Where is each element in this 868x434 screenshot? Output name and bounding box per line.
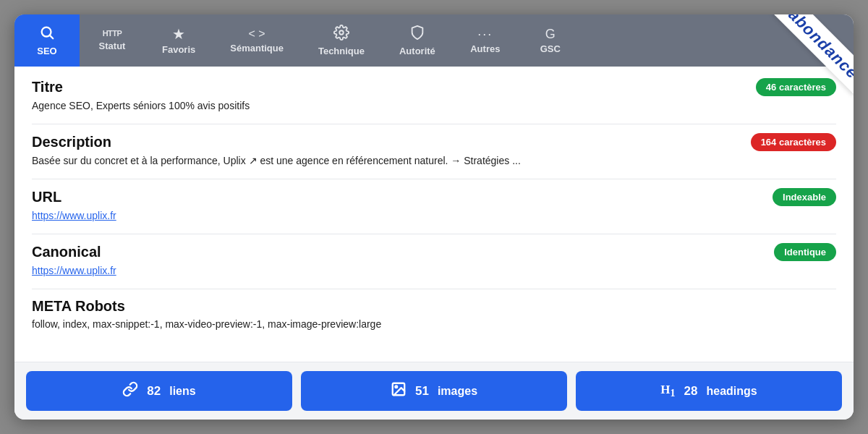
image-icon (391, 381, 407, 401)
canonical-header: Canonical Identique (32, 243, 836, 261)
description-title: Description (32, 134, 111, 150)
tab-bar: SEO HTTP Statut ★ Favoris < > Sémantique (14, 14, 854, 67)
canonical-value[interactable]: https://www.uplix.fr (32, 263, 836, 278)
main-content: Titre 46 caractères Agence SEO, Experts … (14, 67, 854, 362)
svg-point-4 (395, 386, 397, 388)
canonical-title: Canonical (32, 244, 101, 260)
titre-badge: 46 caractères (756, 78, 836, 96)
tab-statut[interactable]: HTTP Statut (80, 14, 145, 67)
tab-semantique[interactable]: < > Sémantique (213, 14, 301, 67)
heading-icon: H1 (660, 383, 675, 399)
http-icon: HTTP (103, 30, 122, 38)
titre-title: Titre (32, 79, 63, 95)
url-title: URL (32, 189, 61, 205)
tab-autres-label: Autres (470, 43, 500, 54)
section-canonical: Canonical Identique https://www.uplix.fr (32, 243, 836, 278)
browser-window: abondance SEO HTTP Statut ★ Favoris < > (14, 14, 854, 420)
titre-value: Agence SEO, Experts séniors 100% avis po… (32, 98, 836, 114)
meta-robots-title: META Robots (32, 298, 125, 315)
code-icon: < > (249, 28, 265, 40)
dots-icon: ··· (477, 27, 493, 41)
gear-icon (333, 25, 349, 43)
divider-3 (32, 234, 836, 234)
canonical-badge: Identique (774, 243, 836, 261)
url-value[interactable]: https://www.uplix.fr (32, 208, 836, 224)
tab-autres[interactable]: ··· Autres (453, 14, 518, 67)
titre-header: Titre 46 caractères (32, 78, 836, 96)
divider-1 (32, 124, 836, 124)
tab-technique[interactable]: Technique (301, 14, 382, 67)
headings-button[interactable]: H1 28 headings (576, 371, 842, 411)
tab-semantique-label: Sémantique (230, 43, 284, 54)
divider-4 (32, 289, 836, 289)
search-icon (39, 25, 55, 43)
svg-point-2 (339, 30, 344, 35)
tab-autorite-label: Autorité (399, 46, 435, 56)
tab-favoris-label: Favoris (162, 44, 195, 55)
headings-label: headings (707, 385, 757, 398)
description-badge: 164 caractères (751, 133, 836, 151)
tab-gsc-label: GSC (540, 43, 561, 54)
description-value: Basée sur du concret et à la performance… (32, 153, 836, 169)
bottom-bar: 82 liens 51 images H1 28 headings (14, 362, 854, 420)
url-header: URL Indexable (32, 188, 836, 206)
liens-count: 82 (147, 384, 161, 399)
liens-button[interactable]: 82 liens (26, 371, 292, 411)
tab-seo[interactable]: SEO (14, 14, 80, 67)
divider-2 (32, 179, 836, 179)
gsc-icon: G (545, 27, 556, 41)
star-icon: ★ (172, 27, 185, 41)
section-meta-robots: META Robots follow, index, max-snippet:-… (32, 298, 836, 332)
tab-autorite[interactable]: Autorité (382, 14, 453, 67)
tab-favoris[interactable]: ★ Favoris (145, 14, 213, 67)
svg-line-1 (50, 35, 53, 38)
headings-count: 28 (684, 384, 698, 399)
images-button[interactable]: 51 images (301, 371, 567, 411)
url-badge: Indexable (773, 188, 836, 206)
tab-seo-label: SEO (37, 46, 56, 56)
section-url: URL Indexable https://www.uplix.fr (32, 188, 836, 224)
section-titre: Titre 46 caractères Agence SEO, Experts … (32, 78, 836, 114)
tab-statut-label: Statut (99, 41, 126, 51)
meta-robots-value: follow, index, max-snippet:-1, max-video… (32, 317, 836, 332)
link-icon (122, 381, 138, 401)
shield-icon (409, 25, 425, 43)
images-label: images (438, 385, 477, 398)
meta-robots-header: META Robots (32, 298, 836, 315)
tab-technique-label: Technique (318, 46, 365, 56)
images-count: 51 (415, 384, 429, 399)
tab-gsc[interactable]: G GSC (518, 14, 583, 67)
section-description: Description 164 caractères Basée sur du … (32, 133, 836, 169)
liens-label: liens (169, 385, 195, 398)
description-header: Description 164 caractères (32, 133, 836, 151)
